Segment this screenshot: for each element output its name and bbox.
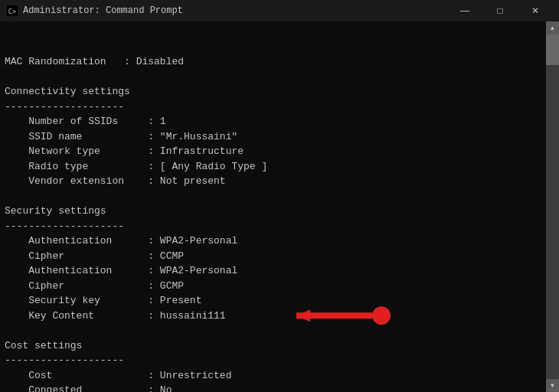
minimize-button[interactable]: —: [447, 0, 482, 21]
terminal[interactable]: MAC Randomization : Disabled Connectivit…: [0, 21, 546, 392]
svg-text:C>: C>: [8, 8, 17, 15]
terminal-line: Cipher : GCMP: [5, 279, 541, 294]
terminal-line: --------------------: [5, 100, 541, 115]
terminal-line: Cost settings: [5, 338, 541, 354]
scrollbar[interactable]: ▲ ▼: [546, 21, 559, 392]
terminal-line: [5, 70, 541, 85]
terminal-line: Radio type : [ Any Radio Type ]: [5, 159, 541, 175]
content-area: MAC Randomization : Disabled Connectivit…: [0, 21, 559, 392]
scrollbar-track[interactable]: [546, 34, 559, 379]
cmd-icon: C>: [6, 5, 18, 17]
terminal-line: Vendor extension : Not present: [5, 174, 541, 189]
terminal-line: --------------------: [5, 219, 541, 234]
terminal-line: Security key : Present: [5, 293, 541, 309]
cmd-window: C> Administrator: Command Prompt — □ ✕ M…: [0, 0, 559, 392]
scroll-down-button[interactable]: ▼: [546, 379, 559, 392]
terminal-line: Network type : Infrastructure: [5, 144, 541, 159]
terminal-line: Cipher : CCMP: [5, 249, 541, 264]
terminal-line: [5, 323, 541, 338]
titlebar: C> Administrator: Command Prompt — □ ✕: [0, 0, 559, 21]
close-button[interactable]: ✕: [518, 0, 553, 21]
terminal-line: Security settings: [5, 204, 541, 219]
terminal-line: MAC Randomization : Disabled: [5, 54, 541, 70]
terminal-wrapper: MAC Randomization : Disabled Connectivit…: [0, 21, 546, 392]
terminal-line: Authentication : WPA2-Personal: [5, 234, 541, 249]
terminal-line: Number of SSIDs : 1: [5, 114, 541, 129]
scroll-up-button[interactable]: ▲: [546, 21, 559, 34]
terminal-line: Cost : Unrestricted: [5, 368, 541, 384]
terminal-line: --------------------: [5, 353, 541, 368]
terminal-line: Authentication : WPA2-Personal: [5, 263, 541, 279]
terminal-line: Key Content : hussaini111: [5, 309, 541, 324]
terminal-line: [5, 189, 541, 204]
maximize-button[interactable]: □: [482, 0, 518, 21]
terminal-line: SSID name : "Mr.Hussaini": [5, 129, 541, 145]
terminal-line: Connectivity settings: [5, 84, 541, 100]
terminal-line: Congested : No: [5, 383, 541, 392]
window-controls: — □ ✕: [447, 0, 553, 21]
window-title: Administrator: Command Prompt: [23, 5, 447, 16]
scrollbar-thumb[interactable]: [546, 34, 559, 65]
